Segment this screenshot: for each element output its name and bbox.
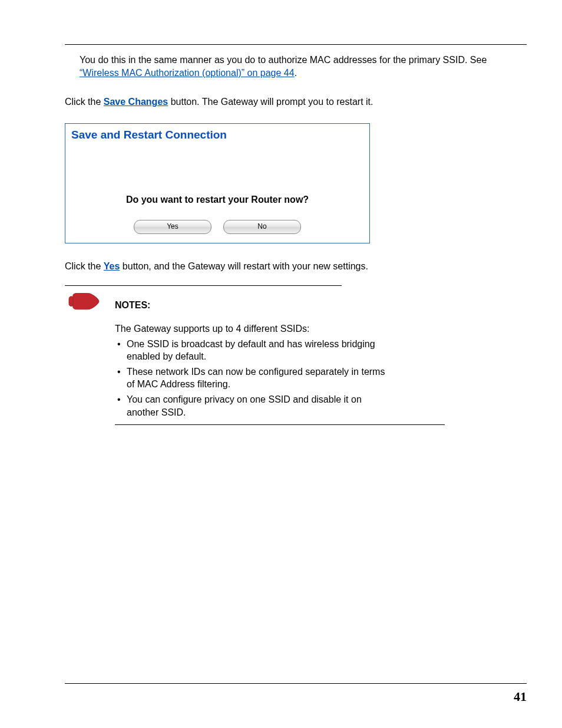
no-button[interactable]: No [223,220,301,234]
list-item: These network IDs can now be configured … [115,365,395,391]
notes-bottom-rule [115,424,445,425]
document-page: You do this in the same manner as you do… [0,0,562,728]
yes-post-text: button, and the Gateway will restart wit… [120,261,368,271]
notes-block: NOTES: The Gateway supports up to 4 diff… [65,290,527,421]
intro-paragraph: You do this in the same manner as you do… [80,54,527,79]
notes-intro: The Gateway supports up to 4 different S… [115,322,395,335]
yes-pre-text: Click the [65,261,104,271]
save-post-text: button. The Gateway will prompt you to r… [168,97,373,107]
notes-content: NOTES: The Gateway supports up to 4 diff… [115,290,395,421]
dialog-title: Save and Restart Connection [71,129,363,141]
notes-top-rule [65,285,342,286]
mac-authorization-link[interactable]: “Wireless MAC Authorization (optional)” … [80,68,295,78]
page-number: 41 [514,689,527,704]
yes-link[interactable]: Yes [104,261,120,271]
list-item: One SSID is broadcast by default and has… [115,338,395,363]
save-changes-link[interactable]: Save Changes [104,97,168,107]
yes-button[interactable]: Yes [134,220,211,234]
pointing-hand-icon [68,292,106,314]
save-pre-text: Click the [65,97,104,107]
save-changes-paragraph: Click the Save Changes button. The Gatew… [65,95,527,108]
bottom-horizontal-rule [65,683,527,684]
intro-text: You do this in the same manner as you do… [80,55,487,65]
top-horizontal-rule [65,44,527,45]
intro-period: . [295,68,297,78]
dialog-question: Do you want to restart your Router now? [71,195,363,205]
restart-dialog: Save and Restart Connection Do you want … [65,123,370,243]
list-item: You can configure privacy on one SSID an… [115,393,395,419]
yes-instruction-paragraph: Click the Yes button, and the Gateway wi… [65,260,527,273]
notes-list: One SSID is broadcast by default and has… [115,338,395,419]
notes-heading: NOTES: [115,299,395,312]
dialog-button-row: Yes No [71,220,363,234]
